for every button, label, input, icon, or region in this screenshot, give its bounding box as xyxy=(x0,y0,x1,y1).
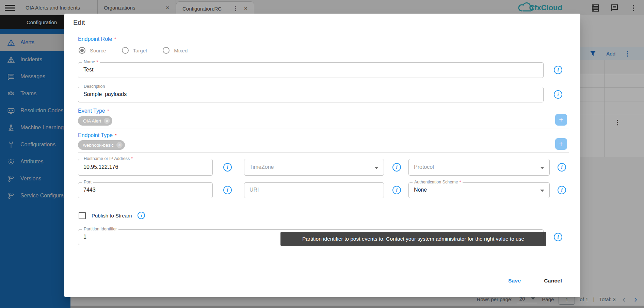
partition-tooltip: Partition identifier to post events to. … xyxy=(280,232,546,246)
endpoint-role-radio-group: Source Target Mixed xyxy=(79,47,188,54)
field-label: Authentication Scheme* xyxy=(413,180,463,184)
info-icon[interactable]: i xyxy=(138,212,145,219)
required-marker: * xyxy=(115,132,117,138)
chip-webhook-basic[interactable]: webhook-basic ✕ xyxy=(78,140,125,150)
field-value: 1 xyxy=(83,234,86,240)
info-icon[interactable]: i xyxy=(554,66,562,74)
radio-mixed[interactable]: Mixed xyxy=(163,47,188,54)
chip-label: OIA Alert xyxy=(83,118,101,124)
radio-icon xyxy=(79,47,85,54)
chip-remove-icon[interactable]: ✕ xyxy=(116,142,123,148)
event-type-label: Event Type* xyxy=(78,108,109,114)
endpoint-type-label: Endpoint Type* xyxy=(78,132,117,139)
select-value: None xyxy=(414,187,427,193)
field-label: Partition Identifier xyxy=(82,227,118,231)
app-root: OIA Alerts and Incidents Organizations ✕… xyxy=(0,0,644,308)
chevron-down-icon xyxy=(540,167,544,169)
field-label: Name* xyxy=(82,60,100,64)
name-field[interactable]: Name* Test xyxy=(78,62,544,78)
info-icon[interactable]: i xyxy=(392,186,401,194)
cancel-button[interactable]: Cancel xyxy=(540,275,566,287)
port-field[interactable]: Port 7443 xyxy=(78,182,213,198)
info-icon[interactable]: i xyxy=(392,163,401,172)
radio-icon xyxy=(163,47,170,54)
info-icon[interactable]: i xyxy=(558,163,566,172)
field-value: 7443 xyxy=(83,187,96,193)
event-type-add-button[interactable]: + xyxy=(555,114,567,126)
info-icon[interactable]: i xyxy=(558,186,566,194)
checkbox-label: Publish to Stream xyxy=(92,213,132,218)
protocol-select[interactable]: Protocol xyxy=(408,159,550,176)
field-label: Port xyxy=(82,180,93,184)
field-value: 10.95.122.176 xyxy=(83,164,118,170)
field-label: Hostname or IP Address* xyxy=(82,156,134,161)
uri-field[interactable]: URI xyxy=(244,182,384,198)
save-button[interactable]: Save xyxy=(504,275,525,287)
edit-dialog: Edit Endpoint Role* Source Target Mixed … xyxy=(64,14,580,297)
chip-label: webhook-basic xyxy=(83,143,114,148)
endpoint-type-add-button[interactable]: + xyxy=(555,138,567,150)
info-icon[interactable]: i xyxy=(554,90,562,99)
radio-label: Mixed xyxy=(174,48,188,53)
auth-scheme-select[interactable]: Authentication Scheme* None xyxy=(408,182,550,198)
radio-target[interactable]: Target xyxy=(122,47,147,54)
select-placeholder: Protocol xyxy=(414,164,434,170)
field-value: Sample payloads xyxy=(83,91,127,97)
info-icon[interactable]: i xyxy=(223,163,232,172)
radio-source[interactable]: Source xyxy=(79,47,106,54)
info-icon[interactable]: i xyxy=(554,233,562,241)
required-marker: * xyxy=(107,108,109,114)
required-marker: * xyxy=(114,36,116,42)
chip-remove-icon[interactable]: ✕ xyxy=(104,118,110,124)
radio-icon xyxy=(122,47,129,54)
label-text: Endpoint Type xyxy=(78,132,113,138)
hostname-field[interactable]: Hostname or IP Address* 10.95.122.176 xyxy=(78,159,213,176)
event-type-chips: OIA Alert ✕ xyxy=(78,116,112,126)
info-icon[interactable]: i xyxy=(223,186,232,194)
timezone-select[interactable]: TimeZone xyxy=(244,159,384,176)
publish-to-stream-checkbox[interactable] xyxy=(79,212,86,219)
divider xyxy=(78,129,569,129)
endpoint-type-chips: webhook-basic ✕ xyxy=(78,140,125,150)
divider xyxy=(78,152,569,153)
radio-label: Target xyxy=(133,48,147,53)
field-placeholder: URI xyxy=(249,187,259,193)
dialog-title: Edit xyxy=(73,19,85,27)
chevron-down-icon xyxy=(374,167,379,169)
radio-label: Source xyxy=(90,48,106,53)
publish-to-stream-row: Publish to Stream i xyxy=(79,212,145,219)
dialog-actions: Save Cancel xyxy=(504,275,566,287)
label-text: Event Type xyxy=(78,108,105,114)
description-field[interactable]: Description Sample payloads xyxy=(78,87,544,102)
chip-oia-alert[interactable]: OIA Alert ✕ xyxy=(78,116,112,126)
endpoint-role-label: Endpoint Role* xyxy=(78,36,116,42)
field-value: Test xyxy=(83,67,93,73)
select-placeholder: TimeZone xyxy=(249,164,274,170)
label-text: Endpoint Role xyxy=(78,36,112,42)
chevron-down-icon xyxy=(540,190,544,192)
field-label: Description xyxy=(82,84,107,89)
